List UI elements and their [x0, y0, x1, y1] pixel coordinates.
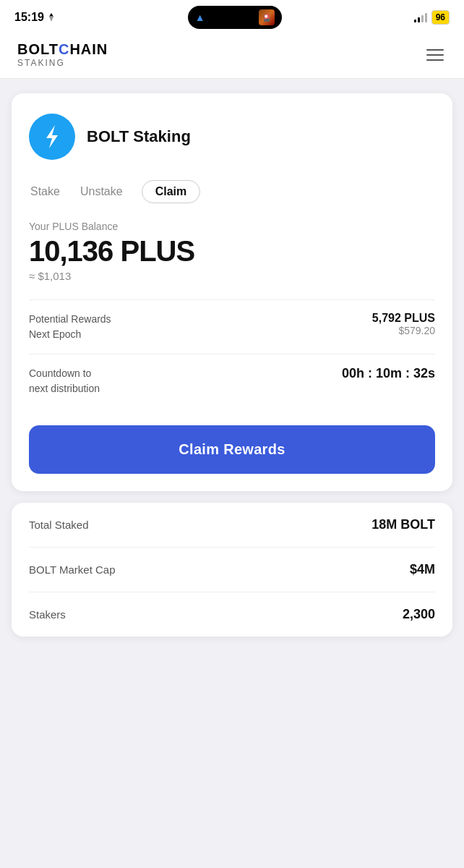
claim-rewards-button[interactable]: Claim Rewards — [29, 425, 435, 474]
status-center: ▲ 🎴 — [188, 6, 282, 29]
token-logo — [29, 114, 75, 160]
balance-label: Your PLUS Balance — [29, 221, 435, 232]
stat-value-total-staked: 18M BOLT — [371, 517, 435, 532]
stat-label-total-staked: Total Staked — [29, 519, 89, 531]
svg-marker-2 — [46, 125, 58, 148]
card-header: BOLT Staking — [29, 114, 435, 160]
signal-icon — [414, 12, 427, 22]
stat-label-market-cap: BOLT Market Cap — [29, 563, 116, 576]
countdown-row: Countdown to next distribution 00h : 10m… — [29, 354, 435, 408]
balance-amount: 10,136 PLUS — [29, 237, 435, 265]
status-bar: 15:19 ▲ 🎴 96 — [0, 0, 464, 32]
di-avatar: 🎴 — [259, 9, 275, 25]
brand-sub: Staking — [17, 58, 108, 68]
svg-marker-1 — [49, 16, 53, 22]
brand: BOLTCHAIN Staking — [17, 42, 108, 68]
stat-label-stakers: Stakers — [29, 608, 66, 621]
status-right: 96 — [414, 10, 450, 25]
countdown-label: Countdown to next distribution — [29, 366, 100, 396]
rewards-row: Potential Rewards Next Epoch 5,792 PLUS … — [29, 299, 435, 354]
stat-row-stakers: Stakers 2,300 — [29, 592, 435, 637]
status-time: 15:19 — [14, 11, 56, 24]
battery-indicator: 96 — [431, 10, 450, 25]
app-header: BOLTCHAIN Staking — [0, 32, 464, 79]
di-nav-logo: ▲ — [195, 12, 205, 23]
main-content: BOLT Staking Stake Unstake Claim Your PL… — [0, 79, 464, 651]
tab-group: Stake Unstake Claim — [29, 180, 435, 203]
tab-stake[interactable]: Stake — [29, 181, 61, 203]
countdown-value: 00h : 10m : 32s — [342, 366, 435, 381]
stat-row-market-cap: BOLT Market Cap $4M — [29, 548, 435, 592]
staking-card: BOLT Staking Stake Unstake Claim Your PL… — [12, 93, 452, 491]
balance-usd: ≈ $1,013 — [29, 270, 435, 282]
menu-button[interactable] — [424, 46, 447, 64]
tab-claim[interactable]: Claim — [142, 180, 201, 203]
bolt-logo-icon — [39, 124, 65, 150]
rewards-value: 5,792 PLUS $579.20 — [372, 312, 435, 336]
rewards-label: Potential Rewards Next Epoch — [29, 312, 111, 342]
brand-name: BOLTCHAIN — [17, 42, 108, 56]
stats-card: Total Staked 18M BOLT BOLT Market Cap $4… — [12, 503, 452, 637]
tab-unstake[interactable]: Unstake — [79, 181, 124, 203]
card-title: BOLT Staking — [87, 127, 191, 146]
stat-value-stakers: 2,300 — [403, 607, 435, 622]
dynamic-island: ▲ 🎴 — [188, 6, 282, 29]
stat-value-market-cap: $4M — [410, 562, 435, 577]
location-icon — [47, 13, 56, 22]
stat-row-total-staked: Total Staked 18M BOLT — [29, 503, 435, 548]
